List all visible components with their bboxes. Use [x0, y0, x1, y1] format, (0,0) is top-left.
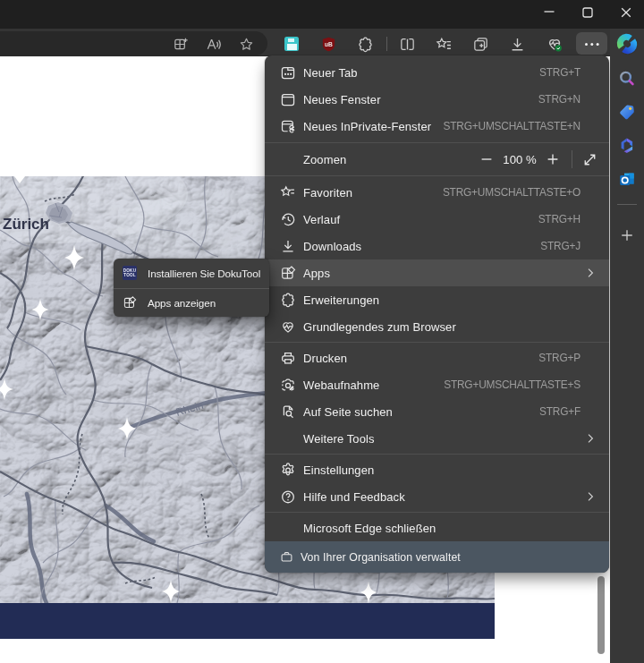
- svg-text:uB: uB: [325, 41, 333, 47]
- svg-text:Zürich: Zürich: [3, 216, 49, 233]
